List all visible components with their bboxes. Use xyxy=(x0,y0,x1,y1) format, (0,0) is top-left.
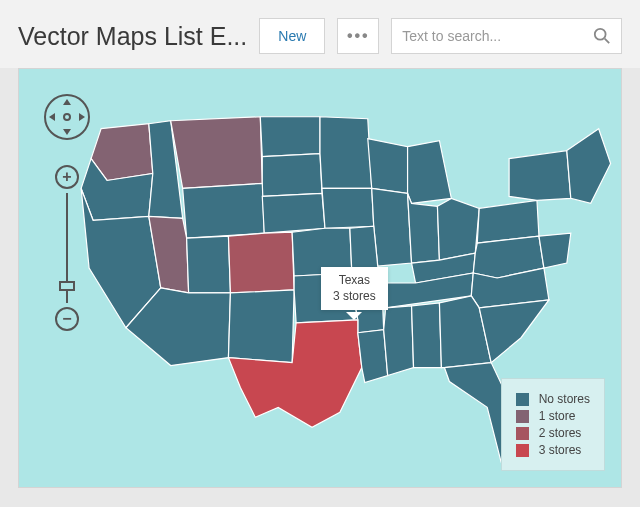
more-icon: ••• xyxy=(347,27,370,45)
page-title: Vector Maps List E... xyxy=(18,22,247,51)
zoom-control: + − xyxy=(55,165,79,331)
state-al[interactable] xyxy=(412,303,442,368)
state-mt[interactable] xyxy=(171,117,263,189)
state-md-de[interactable] xyxy=(539,233,571,268)
state-sd[interactable] xyxy=(262,154,322,197)
state-co[interactable] xyxy=(228,232,294,293)
state-ia[interactable] xyxy=(322,188,374,228)
state-mi[interactable] xyxy=(408,141,452,204)
svg-marker-7 xyxy=(79,113,85,121)
svg-line-1 xyxy=(605,39,610,44)
header-bar: Vector Maps List E... New ••• xyxy=(0,0,640,68)
state-new-england[interactable] xyxy=(567,129,611,204)
state-ny[interactable] xyxy=(509,151,571,201)
map-panel: + − Texas 3 stores No stores 1 store 2 s… xyxy=(18,68,622,488)
state-oh[interactable] xyxy=(437,198,479,260)
tooltip-state: Texas xyxy=(333,273,376,289)
pan-control[interactable] xyxy=(43,93,91,141)
legend-label: 2 stores xyxy=(539,426,582,440)
svg-marker-6 xyxy=(49,113,55,121)
legend-swatch xyxy=(516,410,529,423)
svg-point-3 xyxy=(64,114,70,120)
search-input[interactable] xyxy=(402,28,593,44)
state-wy[interactable] xyxy=(183,183,265,238)
search-icon xyxy=(593,27,611,45)
legend-swatch xyxy=(516,444,529,457)
state-mn[interactable] xyxy=(320,117,372,189)
legend-swatch xyxy=(516,427,529,440)
state-ms[interactable] xyxy=(384,306,414,376)
state-il[interactable] xyxy=(372,188,412,266)
zoom-slider-track[interactable] xyxy=(66,193,68,303)
legend-row: 3 stores xyxy=(516,443,590,457)
legend-row: No stores xyxy=(516,392,590,406)
state-wi[interactable] xyxy=(368,139,408,194)
zoom-slider-handle[interactable] xyxy=(59,281,75,291)
svg-point-0 xyxy=(595,29,606,40)
zoom-out-button[interactable]: − xyxy=(55,307,79,331)
pan-icon xyxy=(43,93,91,141)
svg-marker-5 xyxy=(63,129,71,135)
state-in[interactable] xyxy=(408,193,440,263)
state-nd[interactable] xyxy=(260,117,320,157)
legend-label: 1 store xyxy=(539,409,576,423)
state-ne[interactable] xyxy=(262,193,325,233)
state-ut[interactable] xyxy=(187,236,231,293)
state-sc[interactable] xyxy=(479,300,549,363)
state-la[interactable] xyxy=(358,330,388,383)
legend-row: 2 stores xyxy=(516,426,590,440)
legend-swatch xyxy=(516,393,529,406)
map-tooltip: Texas 3 stores xyxy=(321,267,388,310)
svg-marker-4 xyxy=(63,99,71,105)
legend-label: 3 stores xyxy=(539,443,582,457)
state-nm[interactable] xyxy=(228,290,294,363)
search-box[interactable] xyxy=(391,18,622,54)
new-button[interactable]: New xyxy=(259,18,325,54)
zoom-in-button[interactable]: + xyxy=(55,165,79,189)
tooltip-detail: 3 stores xyxy=(333,289,376,305)
more-button[interactable]: ••• xyxy=(337,18,379,54)
legend-label: No stores xyxy=(539,392,590,406)
legend-row: 1 store xyxy=(516,409,590,423)
map-legend: No stores 1 store 2 stores 3 stores xyxy=(501,378,605,471)
